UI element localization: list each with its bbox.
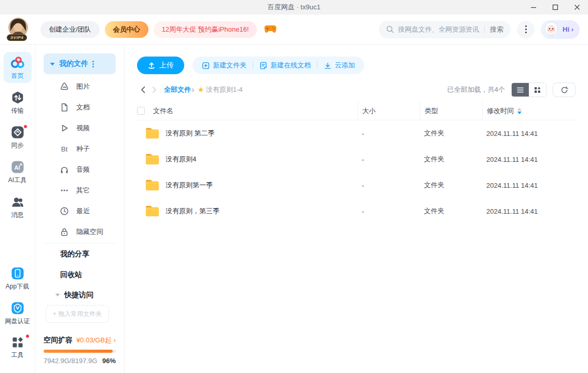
rail-label: 传输 <box>11 106 24 115</box>
maximize-button[interactable] <box>544 0 566 15</box>
file-type: 文件夹 <box>420 198 482 224</box>
rail-item-transfer[interactable]: 传输 <box>4 88 32 118</box>
storage-progress-bar <box>44 350 116 353</box>
list-view-icon <box>517 87 524 93</box>
more-menu-button[interactable] <box>517 21 535 38</box>
file-size: - <box>358 198 420 224</box>
search-input[interactable] <box>398 25 479 33</box>
assistant-robot-icon <box>543 21 559 38</box>
sidebar-item-other[interactable]: 其它 <box>35 180 124 201</box>
rail-item-messages[interactable]: 消息 <box>4 192 32 222</box>
rail-item-netdisk-verify[interactable]: 网盘认证 <box>4 298 32 328</box>
search-box: 搜索 <box>379 21 511 38</box>
category-label: 视频 <box>76 123 90 133</box>
table-row[interactable]: 没有原则 第二季 - 文件夹 2024.11.11 14:41 <box>137 120 576 146</box>
folder-icon <box>145 128 159 139</box>
rail-item-home[interactable]: 首页 <box>4 52 32 83</box>
rail-item-tools[interactable]: 工具 <box>4 333 32 362</box>
document-icon <box>59 103 70 112</box>
sidebar-item-audio[interactable]: 音频 <box>35 159 124 180</box>
video-icon <box>59 123 70 133</box>
sidebar-item-images[interactable]: 图片 <box>35 76 124 97</box>
refresh-button[interactable] <box>553 82 576 97</box>
category-label: 音频 <box>76 165 90 174</box>
cloud-add-button[interactable]: 云添加 <box>318 61 361 70</box>
table-row[interactable]: 没有原则第一季 - 文件夹 2024.11.11 14:41 <box>137 172 576 198</box>
file-table: 文件名 大小 类型 修改时间 没有原则 第二季 - <box>137 102 576 373</box>
sidebar-item-my-shares[interactable]: 我的分享 <box>35 244 124 265</box>
header-size-cell[interactable]: 大小 <box>358 102 420 120</box>
upload-label: 上传 <box>159 61 174 70</box>
sidebar-divider <box>44 243 116 243</box>
breadcrumb-root-link[interactable]: 全部文件 <box>164 85 191 94</box>
chevron-left-icon <box>141 86 145 93</box>
assistant-button[interactable]: Hi › <box>541 20 580 39</box>
select-all-checkbox[interactable] <box>137 107 145 115</box>
member-center-button[interactable]: 会员中心 <box>105 21 148 38</box>
search-button[interactable]: 搜索 <box>490 25 503 34</box>
minimize-button[interactable] <box>523 0 544 15</box>
forward-button[interactable] <box>148 84 160 95</box>
grid-view-button[interactable] <box>529 83 546 96</box>
close-button[interactable] <box>566 0 588 15</box>
rail-item-sync[interactable]: 同步 <box>4 122 32 153</box>
netdisk-verify-icon <box>11 301 24 315</box>
new-folder-button[interactable]: 新建文件夹 <box>196 61 253 70</box>
user-avatar[interactable]: SVIP4 <box>8 18 29 42</box>
file-modified: 2024.11.11 14:41 <box>482 172 576 198</box>
storage-expand-link[interactable]: ¥0.03/GB起 › <box>76 336 116 345</box>
svg-text:AI: AI <box>14 164 20 171</box>
sidebar-item-my-files[interactable]: 我的文件 <box>44 53 116 74</box>
sync-icon <box>11 126 24 139</box>
my-files-menu-icon[interactable] <box>92 61 94 67</box>
storage-progress-fill <box>44 350 113 353</box>
table-body: 没有原则 第二季 - 文件夹 2024.11.11 14:41 没有原则4 - … <box>137 120 576 224</box>
rail-label: AI工具 <box>8 176 26 185</box>
sidebar-item-quick-access[interactable]: 快捷访问 <box>35 285 124 305</box>
action-toolbar: 上传 新建文件夹 新建在线文档 云添加 <box>137 57 576 74</box>
app-download-icon <box>11 267 24 280</box>
file-name: 没有原则，第三季 <box>166 206 220 216</box>
drop-folder-zone[interactable]: + 拖入常用文件夹 <box>46 305 109 323</box>
notification-dot <box>23 125 28 129</box>
gamepad-icon[interactable] <box>264 25 277 34</box>
sidebar-item-videos[interactable]: 视频 <box>35 118 124 139</box>
sort-toggle[interactable] <box>517 108 522 114</box>
sidebar-item-recent[interactable]: 最近 <box>35 201 124 222</box>
netdisk-logo-icon <box>10 55 25 70</box>
sidebar-item-torrents[interactable]: Bt 种子 <box>35 139 124 159</box>
folder-icon <box>145 154 159 165</box>
header-name-label: 文件名 <box>153 106 173 116</box>
list-view-button[interactable] <box>512 83 529 96</box>
storage-percent-text: 96% <box>102 357 116 365</box>
rail-label: 首页 <box>11 72 24 80</box>
image-icon <box>59 82 70 91</box>
create-team-button[interactable]: 创建企业/团队 <box>40 21 100 38</box>
file-modified: 2024.11.11 14:41 <box>482 120 576 146</box>
nav-rail-bottom: App下载 网盘认证 <box>4 264 32 367</box>
rail-label: 网盘认证 <box>5 317 30 326</box>
sidebar-item-hidden-space[interactable]: 隐藏空间 <box>35 222 124 242</box>
table-row[interactable]: 没有原则4 - 文件夹 2024.11.11 14:41 <box>137 146 576 172</box>
promo-banner-button[interactable]: 12周年大促 预约赢iPhone16! <box>154 21 257 38</box>
rail-item-app-download[interactable]: App下载 <box>4 264 32 294</box>
sidebar-item-recycle-bin[interactable]: 回收站 <box>35 265 124 285</box>
file-size: - <box>358 172 420 198</box>
upload-button[interactable]: 上传 <box>137 57 184 74</box>
load-status-text: 已全部加载，共4个 <box>447 85 505 94</box>
maximize-icon <box>552 4 558 10</box>
window-controls <box>523 0 588 15</box>
main-area: 首页 传输 同步 <box>0 45 588 373</box>
sidebar-item-documents[interactable]: 文档 <box>35 97 124 118</box>
rail-item-ai-tools[interactable]: AI AI工具 <box>4 157 32 187</box>
header-modified-cell[interactable]: 修改时间 <box>482 102 576 120</box>
new-online-doc-button[interactable]: 新建在线文档 <box>253 61 317 70</box>
header-type-cell[interactable]: 类型 <box>420 102 482 120</box>
file-modified: 2024.11.11 14:41 <box>482 198 576 224</box>
file-name: 没有原则第一季 <box>166 181 213 190</box>
star-icon: ★ <box>197 85 204 94</box>
titlebar: 百度网盘 · tx9uc1 <box>0 0 588 15</box>
back-button[interactable] <box>137 84 148 95</box>
table-row[interactable]: 没有原则，第三季 - 文件夹 2024.11.11 14:41 <box>137 198 576 224</box>
file-name: 没有原则 第二季 <box>166 129 215 138</box>
